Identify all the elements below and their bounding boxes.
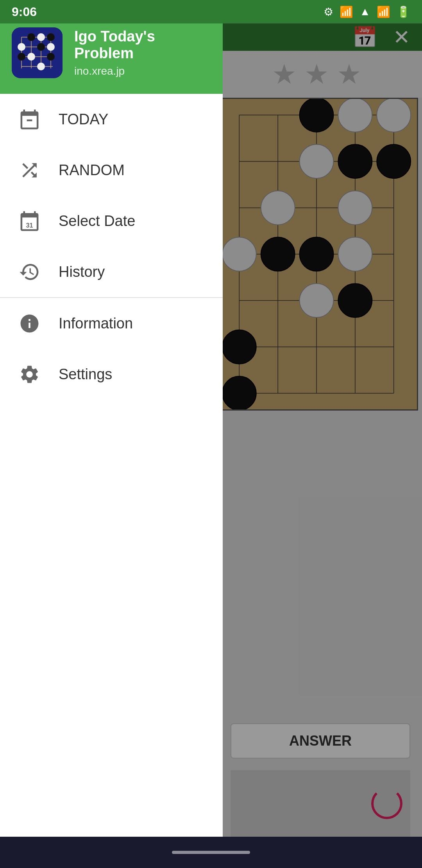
navigation-bar — [0, 837, 422, 868]
svg-point-42 — [37, 43, 45, 51]
menu-item-select-date[interactable]: 31 Select Date — [0, 195, 223, 246]
svg-text:31: 31 — [26, 221, 33, 228]
wifi-icon: ▲ — [359, 5, 370, 18]
svg-point-41 — [18, 43, 25, 51]
calendar-today-icon — [16, 106, 43, 133]
sim-icon: 📶 — [340, 5, 353, 18]
menu-item-history[interactable]: History — [0, 246, 223, 297]
drawer-header-text: Igo Today's Problem ino.xrea.jp — [74, 28, 211, 77]
status-bar: 9:06 ⚙ 📶 ▲ 📶 🔋 — [0, 0, 422, 23]
svg-point-46 — [47, 53, 55, 61]
settings-status-icon: ⚙ — [324, 5, 333, 18]
menu-label-today: TODAY — [59, 111, 108, 128]
menu-label-information: Information — [59, 315, 133, 332]
drawer-app-url: ino.xrea.jp — [74, 65, 211, 77]
svg-point-45 — [27, 53, 35, 61]
svg-point-39 — [37, 33, 45, 41]
history-icon — [16, 258, 43, 285]
svg-point-47 — [37, 63, 45, 70]
svg-point-40 — [47, 33, 55, 41]
shuffle-icon — [16, 156, 43, 184]
menu-item-today[interactable]: TODAY — [0, 94, 223, 145]
menu-label-select-date: Select Date — [59, 213, 135, 230]
menu-label-settings: Settings — [59, 366, 112, 383]
menu-item-random[interactable]: RANDOM — [0, 145, 223, 195]
drawer-app-title: Igo Today's Problem — [74, 28, 211, 62]
svg-point-43 — [47, 43, 55, 51]
settings-icon — [16, 360, 43, 388]
svg-point-44 — [18, 53, 25, 61]
info-icon — [16, 310, 43, 337]
navigation-drawer: Igo Today's Problem ino.xrea.jp TODAY RA… — [0, 0, 223, 868]
calendar-31-icon: 31 — [16, 207, 43, 235]
status-icons: ⚙ 📶 ▲ 📶 🔋 — [324, 5, 410, 18]
svg-point-38 — [27, 33, 35, 41]
status-time: 9:06 — [12, 5, 37, 19]
svg-rect-48 — [27, 119, 32, 121]
menu-item-information[interactable]: Information — [0, 298, 223, 349]
app-logo — [12, 27, 63, 78]
battery-icon: 🔋 — [397, 5, 410, 18]
menu-label-random: RANDOM — [59, 162, 125, 179]
home-indicator[interactable] — [172, 851, 250, 854]
menu-label-history: History — [59, 264, 105, 280]
drawer-menu: TODAY RANDOM 31 Select Date — [0, 94, 223, 868]
menu-item-settings[interactable]: Settings — [0, 349, 223, 400]
signal-icon: 📶 — [377, 5, 390, 18]
svg-rect-29 — [12, 27, 63, 78]
